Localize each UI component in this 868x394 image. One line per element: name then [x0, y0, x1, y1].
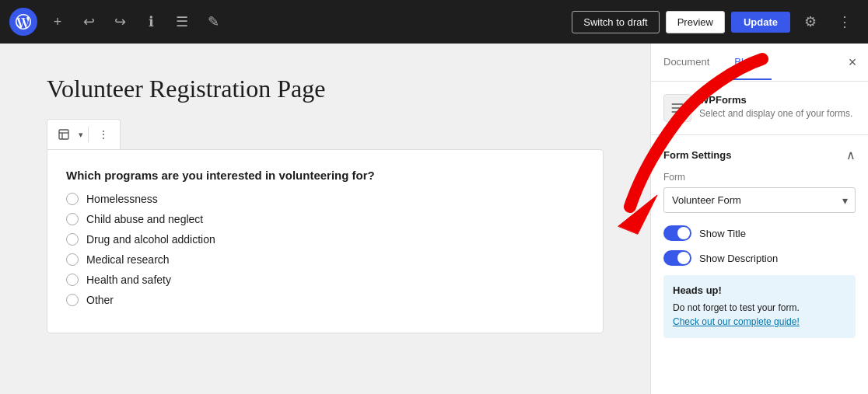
sidebar-close-button[interactable]: ×	[837, 44, 868, 81]
form-option-health: Health and safety	[66, 274, 584, 286]
form-option-drug: Drug and alcohol addiction	[66, 233, 584, 246]
show-description-toggle[interactable]	[663, 250, 691, 266]
svg-rect-3	[672, 103, 684, 105]
radio-homelessness	[66, 193, 79, 205]
form-question: Which programs are you interested in vol…	[66, 169, 584, 182]
toolbar-icons: + ↩ ↪ ℹ ☰ ✎	[44, 8, 227, 36]
section-divider	[651, 134, 868, 135]
switch-to-draft-button[interactable]: Switch to draft	[572, 11, 659, 33]
svg-rect-4	[672, 107, 684, 109]
sidebar-content: WPForms Select and display one of your f…	[651, 82, 868, 350]
preview-button[interactable]: Preview	[666, 11, 725, 33]
radio-medical	[66, 253, 79, 266]
block-toolbar: ▾ ⋮	[47, 119, 121, 149]
settings-button[interactable]: ⚙	[796, 8, 824, 36]
toolbar-divider	[88, 127, 89, 142]
form-select[interactable]: Volunteer Form Contact Form	[663, 187, 856, 213]
show-description-knob	[677, 252, 690, 264]
show-description-label: Show Description	[699, 253, 778, 264]
show-title-row: Show Title	[663, 225, 856, 241]
toolbar-right: Switch to draft Preview Update ⚙ ⋮	[572, 8, 859, 36]
page-title: Volunteer Registration Page	[47, 75, 604, 103]
option-label: Homelessness	[86, 193, 158, 205]
block-info-text: WPForms Select and display one of your f…	[699, 94, 852, 120]
sidebar-header: Document Block ×	[651, 44, 868, 82]
block-info: WPForms Select and display one of your f…	[663, 94, 856, 122]
add-block-button[interactable]: +	[44, 8, 72, 36]
option-label: Drug and alcohol addiction	[86, 233, 215, 246]
heads-up-link[interactable]: Check out our complete guide!	[673, 316, 800, 327]
tab-block[interactable]: Block	[722, 45, 772, 80]
main-area: Volunteer Registration Page ▾ ⋮ Which pr…	[0, 44, 868, 394]
radio-health	[66, 274, 79, 286]
heads-up-box: Heads up! Do not forget to test your for…	[663, 275, 856, 338]
block-more-button[interactable]: ⋮	[92, 123, 115, 146]
radio-other	[66, 294, 79, 306]
radio-child-abuse	[66, 213, 79, 225]
info-button[interactable]: ℹ	[137, 8, 165, 36]
form-settings-title: Form Settings	[663, 149, 731, 161]
editor-area: Volunteer Registration Page ▾ ⋮ Which pr…	[0, 44, 650, 394]
form-field-label: Form	[663, 172, 856, 183]
form-options-list: Homelessness Child abuse and neglect Dru…	[66, 193, 584, 306]
form-option-other: Other	[66, 294, 584, 306]
tab-document[interactable]: Document	[651, 45, 722, 80]
option-label: Other	[86, 294, 114, 306]
update-button[interactable]: Update	[731, 12, 790, 33]
heads-up-body-text: Do not forget to test your form.	[673, 302, 800, 313]
option-label: Child abuse and neglect	[86, 213, 203, 225]
form-select-wrapper: Volunteer Form Contact Form ▾	[663, 187, 856, 213]
form-settings-header: Form Settings ∧	[663, 148, 856, 162]
form-option-homelessness: Homelessness	[66, 193, 584, 205]
more-options-button[interactable]: ⋮	[831, 8, 859, 36]
main-toolbar: + ↩ ↪ ℹ ☰ ✎ Switch to draft Preview Upda…	[0, 0, 868, 44]
undo-button[interactable]: ↩	[75, 8, 103, 36]
block-desc: Select and display one of your forms.	[699, 107, 852, 120]
option-label: Health and safety	[86, 274, 171, 286]
redo-button[interactable]: ↪	[106, 8, 134, 36]
block-type-chevron: ▾	[77, 130, 85, 140]
form-option-medical: Medical research	[66, 253, 584, 266]
svg-rect-0	[59, 130, 68, 139]
svg-rect-5	[672, 111, 680, 113]
show-title-toggle[interactable]	[663, 225, 691, 241]
heads-up-text: Do not forget to test your form. Check o…	[673, 301, 846, 329]
show-title-label: Show Title	[699, 228, 746, 239]
block-name: WPForms	[699, 94, 852, 106]
edit-button[interactable]: ✎	[199, 8, 227, 36]
form-option-child-abuse: Child abuse and neglect	[66, 213, 584, 225]
heads-up-title: Heads up!	[673, 284, 846, 296]
right-sidebar: Document Block × WPForms Select and disp…	[650, 44, 868, 394]
list-view-button[interactable]: ☰	[168, 8, 196, 36]
wpforms-block-icon	[663, 94, 691, 122]
option-label: Medical research	[86, 253, 170, 266]
wp-logo	[9, 8, 37, 36]
radio-drug	[66, 233, 79, 246]
show-description-row: Show Description	[663, 250, 856, 266]
block-type-button[interactable]	[52, 123, 75, 146]
show-title-knob	[677, 227, 690, 239]
form-settings-chevron[interactable]: ∧	[846, 148, 856, 162]
form-preview: Which programs are you interested in vol…	[47, 149, 604, 333]
